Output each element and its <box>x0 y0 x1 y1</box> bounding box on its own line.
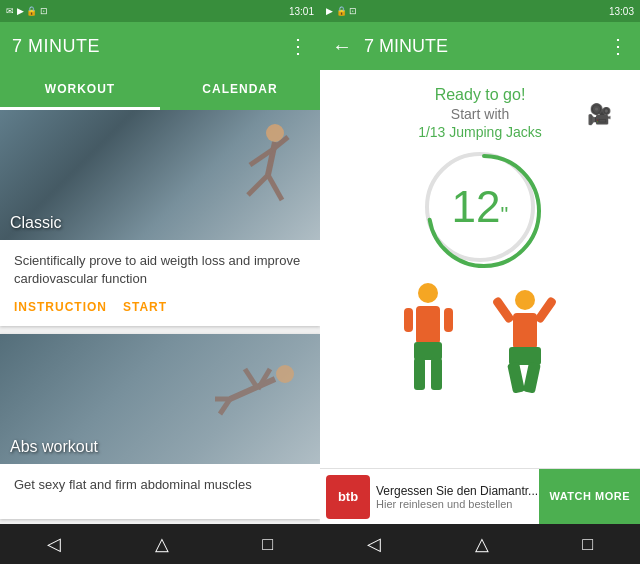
exercise-figures <box>396 278 565 408</box>
app-bar-right: ← 7 MINUTE ⋮ <box>320 22 640 70</box>
classic-actions: INSTRUCTION START <box>14 300 306 314</box>
svg-rect-21 <box>533 296 556 324</box>
abs-label: Abs workout <box>10 438 98 456</box>
status-time-left: 13:01 <box>289 6 314 17</box>
tab-workout[interactable]: WORKOUT <box>0 70 160 110</box>
workout-card-classic: Classic Scientifically prove to aid weig… <box>0 110 320 326</box>
svg-point-13 <box>418 283 438 303</box>
tab-calendar[interactable]: CALENDAR <box>160 70 320 110</box>
start-button[interactable]: START <box>123 300 167 314</box>
start-text: Start with <box>451 106 509 122</box>
workout-image-abs: Abs workout <box>0 334 320 464</box>
svg-rect-18 <box>404 308 413 332</box>
status-bar-right: ▶ 🔒 ⊡ 13:03 <box>320 0 640 22</box>
svg-rect-26 <box>522 362 540 394</box>
svg-rect-25 <box>507 362 525 394</box>
nav-bar-left: ◁ △ □ <box>0 524 320 564</box>
svg-point-6 <box>276 365 294 383</box>
jumping-figure-svg <box>485 278 565 408</box>
watch-more-button[interactable]: WATCH MORE <box>539 469 640 524</box>
svg-rect-15 <box>414 342 442 360</box>
ad-title: Vergessen Sie den Diamantr... <box>376 484 539 498</box>
ad-text-block: Vergessen Sie den Diamantr... Hier reinl… <box>376 484 539 510</box>
back-button[interactable]: ← <box>332 35 352 58</box>
app-bar-left: 7 MINUTE ⋮ <box>0 22 320 70</box>
more-menu-left[interactable]: ⋮ <box>288 34 308 58</box>
more-menu-right[interactable]: ⋮ <box>608 34 628 58</box>
svg-rect-24 <box>509 347 541 365</box>
nav-home-right[interactable]: △ <box>475 533 489 555</box>
status-time-right: 13:03 <box>609 6 634 17</box>
svg-rect-19 <box>444 308 453 332</box>
svg-point-12 <box>429 156 539 266</box>
workout-card-abs: Abs workout Get sexy flat and firm abdom… <box>0 334 320 518</box>
tabs-left: WORKOUT CALENDAR <box>0 70 320 110</box>
app-title-right: 7 MINUTE <box>364 36 448 57</box>
svg-rect-23 <box>513 313 537 349</box>
left-panel: ✉ ▶ 🔒 ⊡ 13:01 7 MINUTE ⋮ WORKOUT CALENDA… <box>0 0 320 564</box>
workout-detail: 🎥 Ready to go! Start with 1/13 Jumping J… <box>320 70 640 468</box>
ad-subtitle: Hier reinlesen und bestellen <box>376 498 539 510</box>
video-icon[interactable]: 🎥 <box>587 102 612 126</box>
abs-info: Get sexy flat and firm abdominal muscles <box>0 464 320 518</box>
exercise-text: 1/13 Jumping Jacks <box>418 124 542 140</box>
status-icons-left: ✉ ▶ 🔒 ⊡ <box>6 6 48 16</box>
standing-figure-svg <box>396 278 461 408</box>
timer-arc-svg <box>425 152 543 270</box>
nav-bar-right: ◁ △ □ <box>320 524 640 564</box>
svg-rect-14 <box>416 306 440 344</box>
app-title-left: 7 MINUTE <box>12 36 100 57</box>
detail-content: 🎥 Ready to go! Start with 1/13 Jumping J… <box>336 86 624 416</box>
svg-point-22 <box>515 290 535 310</box>
ad-icon: btb <box>326 475 370 519</box>
content-left: Classic Scientifically prove to aid weig… <box>0 110 320 524</box>
nav-recents-right[interactable]: □ <box>582 534 593 555</box>
nav-back-left[interactable]: ◁ <box>47 533 61 555</box>
classic-figure-svg <box>220 115 300 225</box>
svg-rect-17 <box>431 358 442 390</box>
svg-rect-20 <box>491 296 514 324</box>
nav-home-left[interactable]: △ <box>155 533 169 555</box>
svg-line-4 <box>248 175 268 195</box>
instruction-button[interactable]: INSTRUCTION <box>14 300 107 314</box>
ready-text: Ready to go! <box>435 86 526 104</box>
svg-line-5 <box>268 175 282 200</box>
nav-back-right[interactable]: ◁ <box>367 533 381 555</box>
app-bar-left-group: ← 7 MINUTE <box>332 35 448 58</box>
abs-figure-svg <box>210 354 310 434</box>
classic-description: Scientifically prove to aid weigth loss … <box>14 252 306 288</box>
timer-circle: 12" <box>425 152 535 262</box>
right-panel: ▶ 🔒 ⊡ 13:03 ← 7 MINUTE ⋮ 🎥 Ready to go! … <box>320 0 640 564</box>
status-icons-right: ▶ 🔒 ⊡ <box>326 6 357 16</box>
svg-rect-16 <box>414 358 425 390</box>
svg-line-9 <box>245 369 258 389</box>
abs-description: Get sexy flat and firm abdominal muscles <box>14 476 306 494</box>
status-bar-left: ✉ ▶ 🔒 ⊡ 13:01 <box>0 0 320 22</box>
nav-recents-left[interactable]: □ <box>262 534 273 555</box>
workout-image-classic: Classic <box>0 110 320 240</box>
ad-bar: btb Vergessen Sie den Diamantr... Hier r… <box>320 468 640 524</box>
classic-label: Classic <box>10 214 62 232</box>
classic-info: Scientifically prove to aid weigth loss … <box>0 240 320 326</box>
